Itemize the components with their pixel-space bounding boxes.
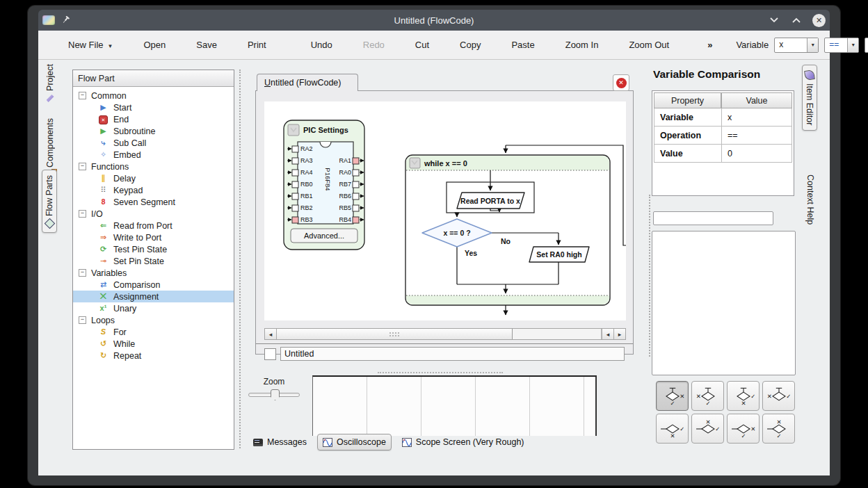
tab-oscilloscope[interactable]: Oscilloscope	[317, 434, 392, 450]
tree-item-assignment[interactable]: ⨉ Assignment	[73, 291, 234, 302]
tree-item-while[interactable]: ↺ While	[73, 338, 234, 350]
branch-layout-button-7[interactable]: ✕ ✓	[727, 414, 760, 444]
branch-layout-button-8[interactable]: ✕ ✓	[762, 414, 795, 444]
zoom-out-button[interactable]: Zoom Out	[622, 35, 675, 54]
cut-button[interactable]: Cut	[409, 35, 435, 54]
panel-divider	[256, 343, 633, 344]
item-editor-panel: Variable Comparison Property Value Varia…	[652, 60, 796, 475]
branch-layout-button-4[interactable]: ✕ ✓	[762, 381, 795, 411]
value-value-cell[interactable]: 0	[721, 145, 792, 163]
operator-select[interactable]: == ▾	[824, 38, 859, 53]
tree-section-common[interactable]: − Common	[73, 90, 234, 101]
maximize-button[interactable]	[790, 14, 803, 26]
variable-value-cell[interactable]: x	[721, 108, 792, 127]
branch-layout-button-6[interactable]: ✕ ✓	[691, 414, 724, 444]
new-file-button[interactable]: New File▼	[62, 35, 120, 54]
branch-layout-button-5[interactable]: ✓ ✕	[656, 414, 689, 444]
tree-section-io[interactable]: − I/O	[73, 208, 234, 220]
tab-scope-screen[interactable]: Scope Screen (Very Rough)	[397, 434, 529, 450]
scroll-left-button[interactable]: ◂	[265, 329, 277, 339]
scrollbar-thumb[interactable]	[277, 329, 513, 339]
tree-item-read-from-port[interactable]: ⇐ Read from Port	[73, 220, 234, 231]
pushpin-icon[interactable]	[62, 16, 70, 24]
tab-messages[interactable]: Messages	[248, 434, 312, 450]
tree-section-variables[interactable]: − Variables	[73, 267, 234, 279]
column-header-value[interactable]: Value	[721, 92, 792, 108]
zoom-slider[interactable]	[248, 389, 300, 399]
canvas-properties-splitter[interactable]	[649, 195, 650, 357]
document-tab[interactable]: Untitled (FlowCode)	[257, 74, 358, 91]
pic-settings-panel[interactable]: PIC Settings P16F84	[284, 120, 364, 250]
tree-canvas-splitter[interactable]	[239, 70, 241, 448]
value-select[interactable]: 0 ▾	[865, 38, 868, 53]
toolbar-overflow-chevron[interactable]: »	[707, 40, 712, 50]
tree-item-unary[interactable]: x¹ Unary	[73, 302, 234, 314]
filter-input[interactable]	[653, 211, 773, 225]
set-ra0-box[interactable]: Set RA0 high	[529, 247, 589, 262]
collapse-icon[interactable]: −	[79, 163, 86, 170]
open-button[interactable]: Open	[138, 35, 172, 54]
branch-layout-button-1[interactable]: ✕ ✓	[656, 381, 689, 411]
sidebar-tab-components[interactable]: Components	[45, 118, 55, 177]
close-window-button[interactable]: ✕	[812, 14, 826, 27]
pic-left-pin-squares[interactable]	[292, 146, 298, 223]
tree-section-loops[interactable]: − Loops	[73, 314, 234, 326]
tree-item-embed[interactable]: ✧ Embed	[73, 149, 234, 161]
sidebar-tab-flow-parts[interactable]: Flow Parts	[42, 170, 57, 233]
read-porta-box[interactable]: Read PORTA to x	[457, 193, 524, 209]
svg-text:✕: ✕	[750, 425, 755, 432]
variable-select-arrow-icon[interactable]: ▾	[807, 38, 818, 52]
tree-item-seven-segment[interactable]: 8 Seven Segment	[73, 196, 234, 208]
tree-item-for[interactable]: S For	[73, 326, 234, 338]
pic-collapse-button[interactable]	[288, 124, 299, 136]
undo-button[interactable]: Undo	[305, 35, 339, 54]
tree-item-set-pin-state[interactable]: ⊸ Set Pin State	[73, 255, 234, 267]
copy-button[interactable]: Copy	[453, 35, 487, 54]
sidebar-tab-context-help[interactable]: Context Help	[805, 174, 815, 225]
scrollbar-track[interactable]	[513, 329, 602, 339]
tree-item-start[interactable]: ▶ Start	[73, 101, 234, 113]
collapse-icon[interactable]: −	[79, 316, 86, 324]
tree-item-comparison[interactable]: ⇄ Comparison	[73, 279, 234, 291]
tree-item-keypad[interactable]: ⠿ Keypad	[73, 184, 234, 196]
pin-label: RB5	[339, 204, 351, 211]
tree-item-test-pin-state[interactable]: ⟳ Test Pin State	[73, 243, 234, 255]
new-file-dropdown-icon[interactable]: ▼	[108, 43, 113, 49]
print-button[interactable]: Print	[241, 35, 273, 54]
branch-layout-button-2[interactable]: ✕ ✓	[691, 381, 724, 411]
sidebar-tab-project[interactable]: Project	[45, 64, 55, 102]
titlebar[interactable]: Untitled (FlowCode) ✕	[38, 10, 830, 31]
collapse-icon[interactable]: −	[79, 92, 86, 99]
tree-item-write-to-port[interactable]: ⇒ Write to Port	[73, 231, 234, 243]
collapse-icon[interactable]: −	[79, 210, 86, 218]
operator-select-arrow-icon[interactable]: ▾	[847, 38, 858, 52]
scroll-left-button-2[interactable]: ◂	[602, 329, 613, 339]
close-document-box[interactable]: ✕	[613, 74, 629, 91]
tree-item-end[interactable]: ✕ End	[73, 113, 234, 125]
item-listbox[interactable]	[652, 231, 796, 375]
collapse-icon[interactable]: −	[79, 269, 86, 277]
minimize-button[interactable]	[768, 14, 780, 26]
operation-value-cell[interactable]: ==	[721, 127, 792, 145]
paste-button[interactable]: Paste	[505, 35, 540, 54]
close-document-icon[interactable]: ✕	[616, 78, 627, 88]
save-button[interactable]: Save	[190, 35, 223, 54]
zoom-slider-thumb[interactable]	[271, 389, 280, 400]
redo-button[interactable]: Redo	[357, 35, 391, 54]
scroll-right-button[interactable]: ▸	[613, 329, 625, 339]
macro-name-field[interactable]: Untitled	[280, 347, 625, 361]
branch-layout-button-3[interactable]: ✓ ✕	[727, 381, 760, 411]
canvas-horizontal-scrollbar[interactable]: ◂ ◂ ▸	[264, 328, 626, 340]
oscilloscope-display[interactable]	[312, 375, 597, 436]
macro-checkbox[interactable]	[264, 348, 276, 360]
tree-item-subroutine[interactable]: ▶ Subroutine	[73, 125, 234, 137]
tree-section-functions[interactable]: − Functions	[73, 161, 234, 172]
variable-select[interactable]: x ▾	[774, 38, 819, 53]
tree-item-repeat[interactable]: ↻ Repeat	[73, 350, 234, 361]
flowchart-canvas[interactable]: PIC Settings P16F84	[264, 101, 626, 320]
zoom-in-button[interactable]: Zoom In	[559, 35, 605, 54]
sidebar-tab-item-editor[interactable]: Item Editor	[802, 65, 817, 131]
tree-item-delay[interactable]: ∥ Delay	[73, 172, 234, 184]
tree-item-sub-call[interactable]: ⤷ Sub Call	[73, 137, 234, 149]
column-header-property[interactable]: Property	[654, 92, 721, 108]
